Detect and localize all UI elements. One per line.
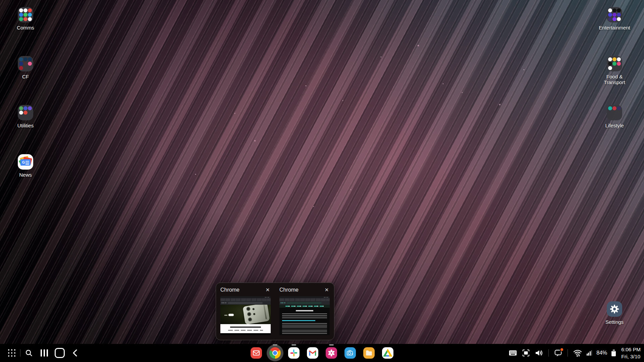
search-icon	[25, 349, 33, 357]
slack-icon	[288, 347, 300, 359]
volume-button[interactable]	[535, 349, 543, 357]
clock[interactable]: 6:06 PM Fri, 3/10	[621, 346, 641, 360]
google-drive-icon	[382, 347, 393, 359]
apps-grid-icon	[8, 349, 15, 357]
keyboard-icon	[508, 349, 517, 357]
apps-grid-button[interactable]	[4, 344, 19, 362]
taskbar-tray: 84% 6:06 PM Fri, 3/10	[508, 344, 641, 362]
running-indicator	[329, 344, 334, 346]
recents-icon	[41, 349, 48, 357]
folder-comms-icon	[18, 7, 33, 22]
app-settings-label: Settings	[594, 319, 635, 325]
clock-time: 6:06 PM	[621, 346, 641, 353]
taskbar-apps	[247, 344, 397, 362]
close-window-icon[interactable]: ✕	[265, 287, 271, 293]
folder-utilities[interactable]: Utilities	[5, 105, 46, 128]
taskbar-app-my-files[interactable]	[360, 344, 378, 362]
notifications-button[interactable]	[554, 349, 562, 357]
task-preview-popup: Chrome ✕ Chrome ✕	[216, 283, 334, 340]
speaker-icon	[535, 349, 543, 357]
news-icon: G	[18, 154, 33, 170]
app-news[interactable]: G News	[5, 154, 46, 178]
taskbar: 84% 6:06 PM Fri, 3/10	[0, 344, 644, 362]
app-settings[interactable]: Settings	[594, 301, 635, 325]
wifi-button[interactable]	[573, 349, 582, 357]
focused-app-highlight	[267, 345, 283, 361]
close-window-icon[interactable]: ✕	[324, 287, 330, 293]
screen-capture-button[interactable]	[522, 349, 530, 357]
search-button[interactable]	[21, 344, 37, 362]
folder-cf-label: CF	[5, 74, 46, 79]
chrome-icon	[269, 347, 281, 359]
folder-cf-icon	[18, 56, 33, 71]
window-thumbnail-chrome-2[interactable]	[279, 296, 330, 335]
gmail-icon	[307, 347, 318, 359]
keyboard-button[interactable]	[508, 349, 517, 357]
folder-utilities-icon	[18, 105, 33, 120]
folder-cf[interactable]: CF	[5, 56, 46, 79]
recents-button[interactable]	[37, 344, 52, 362]
folder-food-transport-label: Food & Transport	[598, 74, 631, 85]
folder-comms[interactable]: Comms	[5, 7, 46, 31]
taskbar-app-google-drive[interactable]	[378, 344, 397, 362]
battery-button[interactable]	[611, 350, 616, 356]
app-news-label: News	[5, 172, 46, 178]
tray-divider	[548, 349, 549, 357]
home-icon	[55, 348, 65, 358]
folder-files-icon	[363, 347, 375, 359]
folder-lifestyle[interactable]: Lifestyle	[594, 105, 635, 128]
wifi-icon	[573, 349, 582, 357]
battery-percent: 84%	[596, 350, 607, 356]
folder-utilities-label: Utilities	[5, 123, 46, 128]
taskbar-app-chrome[interactable]	[266, 344, 284, 362]
folder-food-transport[interactable]: Food & Transport	[594, 56, 635, 85]
window-title: Chrome	[220, 287, 239, 293]
taskbar-app-gmail[interactable]	[303, 344, 322, 362]
email-icon	[251, 347, 262, 359]
signal-bars-icon	[587, 350, 592, 356]
gallery-flower-icon	[326, 347, 337, 359]
folder-entertainment-label: Entertainment	[594, 25, 635, 31]
taskbar-app-email[interactable]	[247, 344, 266, 362]
running-indicator	[291, 344, 296, 346]
folder-entertainment-icon	[607, 7, 622, 22]
running-indicator	[273, 344, 277, 346]
task-preview-window-1: Chrome ✕	[220, 286, 271, 335]
back-icon	[71, 349, 79, 357]
taskbar-divider	[20, 349, 20, 357]
taskbar-nav	[4, 344, 83, 362]
folder-food-transport-icon	[607, 56, 622, 71]
window-title: Chrome	[279, 287, 299, 293]
tray-divider	[568, 349, 568, 357]
clock-date: Fri, 3/10	[621, 353, 641, 360]
battery-icon	[611, 350, 616, 356]
folder-lifestyle-label: Lifestyle	[594, 123, 635, 128]
folder-entertainment[interactable]: Entertainment	[594, 7, 635, 31]
folder-comms-label: Comms	[5, 25, 46, 31]
cellular-signal-button[interactable]	[587, 350, 592, 356]
task-preview-window-2: Chrome ✕	[279, 286, 330, 335]
notification-badge	[560, 348, 564, 352]
screen-capture-icon	[522, 349, 530, 357]
window-thumbnail-chrome-1[interactable]	[220, 296, 271, 335]
taskbar-app-slack[interactable]	[284, 344, 303, 362]
settings-gear-icon	[607, 301, 622, 317]
taskbar-app-gallery[interactable]	[322, 344, 341, 362]
back-button[interactable]	[67, 344, 83, 362]
taskbar-app-screen-capture[interactable]	[341, 344, 360, 362]
camera-capture-icon	[344, 347, 356, 359]
home-button[interactable]	[52, 344, 67, 362]
folder-lifestyle-icon	[607, 105, 622, 120]
